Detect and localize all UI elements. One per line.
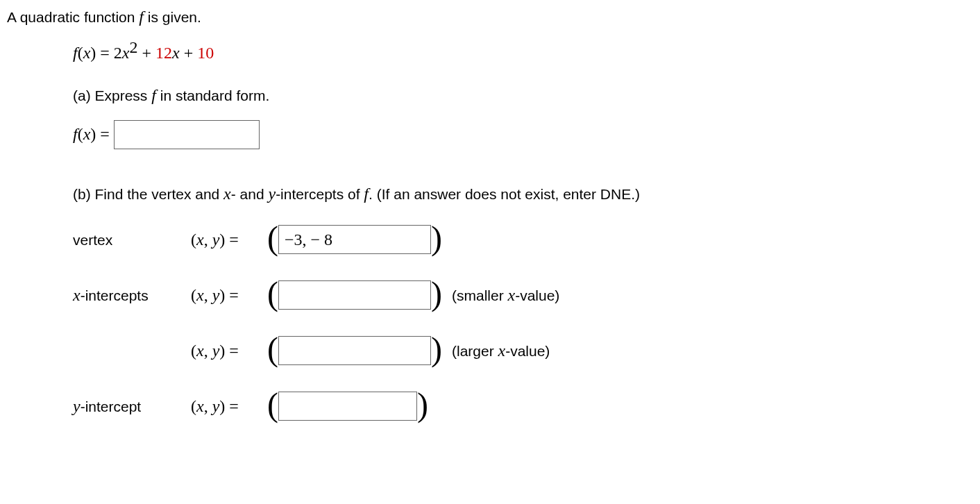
x-intercept-smaller-input[interactable] [278,280,431,310]
part-b-mid2: -intercepts of [276,186,364,202]
xy-close-2: ) = [219,286,239,304]
xy-open: ( [191,230,196,249]
fx-x: x [83,125,91,143]
xy-x: x [196,230,204,249]
standard-form-input[interactable] [114,120,260,149]
xy-comma-2: , [204,286,212,304]
part-b: (b) Find the vertex and x- and y-interce… [73,183,973,421]
fx-equals: f(x) = [73,123,110,146]
smaller-i: x [507,286,515,304]
xy-open-2: ( [191,286,196,304]
larger-post: -value) [505,343,550,359]
x-intercept-2-row: (x, y) = ( ) (larger x-value) [73,336,973,365]
xy-y-2: y [212,286,220,304]
xint-post: -intercepts [81,287,149,303]
eq-close-eq-2: ) = 2 [90,44,122,62]
xy-equals: (x, y) = [191,228,267,252]
eq-open: ( [78,44,83,62]
xy-equals-2: (x, y) = [191,284,267,308]
xy-comma-4: , [204,397,212,415]
xy-close-4: ) = [219,397,239,415]
xy-close: ) = [219,230,239,249]
eq-f: f [73,44,78,62]
xy-equals-4: (x, y) = [191,395,267,419]
eq-c2: 10 [197,44,214,62]
intro-pre: A quadratic function [7,9,139,25]
xy-x-2: x [196,286,204,304]
eq-plus1: + [138,44,156,62]
larger-i: x [498,342,506,360]
part-b-y: y [268,185,276,203]
xy-y: y [212,230,220,249]
part-b-mid1: - and [231,186,269,202]
eq-x2: x [122,44,130,62]
vertex-row: vertex (x, y) = ( ) [73,225,973,254]
eq-plus2: + [180,44,198,62]
part-b-post: . (If an answer does not exist, enter DN… [369,186,640,202]
part-a: (a) Express f in standard form. f(x) = [73,84,973,149]
xy-open-4: ( [191,397,196,415]
x-intercept-1-row: x-intercepts (x, y) = ( ) (smaller x-val… [73,280,973,310]
yint-i: y [73,397,81,415]
part-a-f: f [151,86,156,104]
smaller-pre: (smaller [452,287,508,303]
intro-f: f [139,8,144,26]
x-intercepts-label: x-intercepts [73,284,191,308]
xy-x-4: x [196,397,204,415]
vertex-label: vertex [73,230,191,250]
y-intercept-row: y-intercept (x, y) = ( ) [73,392,973,421]
vertex-input[interactable] [278,225,431,254]
xy-comma: , [204,230,212,249]
xy-comma-3: , [204,342,212,360]
eq-sup2: 2 [130,38,138,56]
intro-text: A quadratic function f is given. [7,6,973,29]
x-intercept-larger-input[interactable] [278,336,431,365]
intro-post: is given. [144,9,201,25]
xint-i: x [73,286,81,304]
xy-y-4: y [212,397,220,415]
part-a-rest: in standard form. [156,87,269,103]
fx-close: ) = [90,125,110,143]
yint-post: -intercept [81,398,142,414]
part-b-pre: (b) Find the vertex and [73,186,223,202]
y-intercept-input[interactable] [278,392,417,421]
xy-y-3: y [212,342,220,360]
part-a-label: (a) Express [73,87,151,103]
larger-hint: (larger x-value) [452,339,550,363]
xy-open-3: ( [191,342,196,360]
smaller-post: -value) [515,287,559,303]
part-b-x: x [223,185,231,203]
xy-equals-3: (x, y) = [191,339,267,363]
fx-f: f [73,125,78,143]
larger-pre: (larger [452,343,498,359]
y-intercept-label: y-intercept [73,395,191,419]
eq-x: x [83,44,91,62]
equation-line: f(x) = 2x2 + 12x + 10 [73,42,973,65]
eq-c1: 12 [155,44,172,62]
xy-close-3: ) = [219,342,239,360]
eq-x1: x [172,44,180,62]
fx-open: ( [78,125,83,143]
smaller-hint: (smaller x-value) [452,284,559,308]
xy-x-3: x [196,342,204,360]
